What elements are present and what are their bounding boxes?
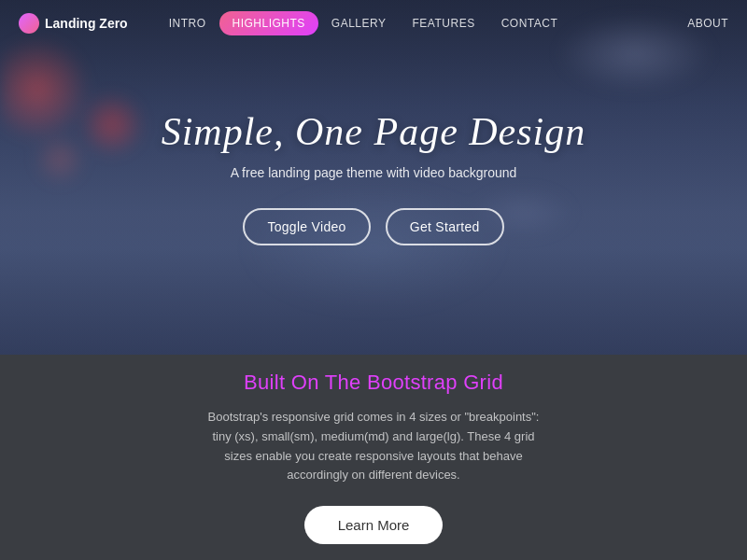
nav-item-contact[interactable]: CONTACT xyxy=(488,11,571,35)
navbar: Landing Zero INTRO HIGHLIGHTS GALLERY FE… xyxy=(0,0,747,47)
hero-subtitle: A free landing page theme with video bac… xyxy=(162,165,586,180)
nav-item-gallery[interactable]: GALLERY xyxy=(318,11,400,35)
hero-buttons: Toggle Video Get Started xyxy=(162,208,586,245)
learn-more-button[interactable]: Learn More xyxy=(304,506,444,544)
hero-title: Simple, One Page Design xyxy=(162,109,586,154)
toggle-video-button[interactable]: Toggle Video xyxy=(243,208,370,245)
nav-item-features[interactable]: FEATURES xyxy=(400,11,488,35)
nav-links: INTRO HIGHLIGHTS GALLERY FEATURES CONTAC… xyxy=(156,11,687,35)
hero-content: Simple, One Page Design A free landing p… xyxy=(162,109,586,245)
nav-item-intro[interactable]: INTRO xyxy=(156,11,219,35)
get-started-button[interactable]: Get Started xyxy=(386,208,504,245)
nav-item-highlights[interactable]: HIGHLIGHTS xyxy=(219,11,318,35)
bottom-section: Built On The Bootstrap Grid Bootstrap's … xyxy=(0,355,747,560)
hero-section: Simple, One Page Design A free landing p… xyxy=(0,0,747,355)
brand-logo[interactable]: Landing Zero xyxy=(19,13,128,34)
brand-label: Landing Zero xyxy=(45,16,128,31)
brand-circle-icon xyxy=(19,13,39,34)
bottom-description: Bootstrap's responsive grid comes in 4 s… xyxy=(205,408,542,485)
nav-item-about[interactable]: ABOUT xyxy=(687,17,728,30)
bottom-title: Built On The Bootstrap Grid xyxy=(244,371,503,395)
